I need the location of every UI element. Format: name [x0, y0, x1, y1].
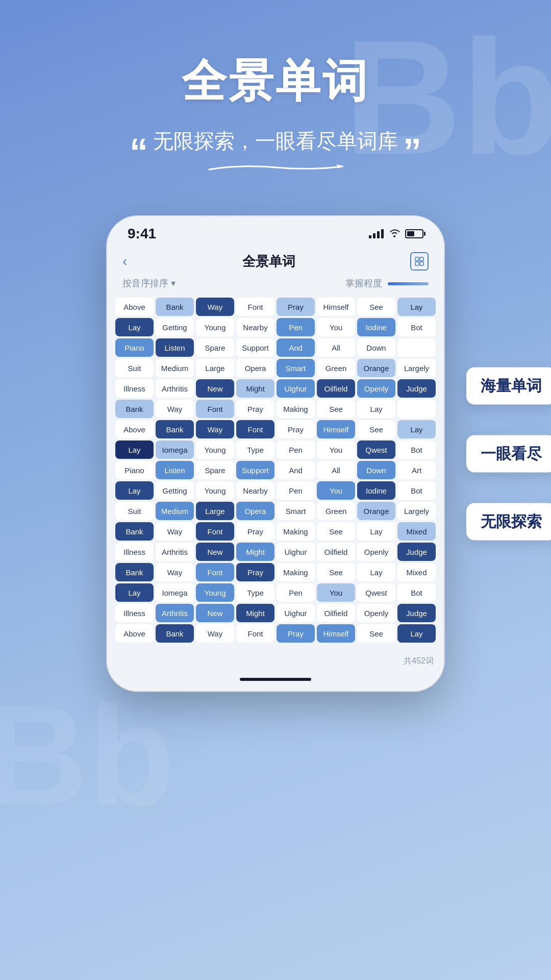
word-chip[interactable]: Orange — [357, 502, 395, 520]
word-chip[interactable]: And — [277, 461, 315, 479]
word-chip[interactable]: Mixed — [397, 522, 436, 541]
word-chip[interactable]: Nearby — [236, 318, 274, 336]
word-chip[interactable]: Pray — [277, 420, 315, 438]
word-chip[interactable]: Himself — [317, 624, 355, 643]
word-chip[interactable]: Mixed — [397, 563, 436, 581]
word-chip[interactable]: Nearby — [236, 481, 274, 500]
word-chip[interactable]: Bank — [156, 420, 194, 438]
word-chip[interactable]: Lay — [115, 440, 154, 459]
word-chip[interactable]: Down — [357, 461, 395, 479]
word-chip[interactable]: Lay — [397, 420, 436, 438]
word-chip[interactable]: Might — [236, 543, 274, 561]
word-chip[interactable]: Himself — [317, 420, 355, 438]
word-chip[interactable]: Down — [357, 338, 395, 357]
word-chip[interactable]: Spare — [196, 461, 234, 479]
back-button[interactable]: ‹ — [122, 253, 127, 270]
word-chip[interactable]: Qwest — [357, 583, 395, 602]
word-chip[interactable]: Support — [236, 338, 274, 357]
word-chip[interactable]: Font — [196, 400, 234, 418]
word-chip[interactable]: Large — [196, 502, 234, 520]
word-chip[interactable]: Bank — [115, 563, 154, 581]
word-chip[interactable]: Illness — [115, 604, 154, 622]
word-chip[interactable]: Lay — [115, 318, 154, 336]
word-chip[interactable]: Font — [236, 420, 274, 438]
word-chip[interactable]: Font — [196, 563, 234, 581]
word-chip[interactable]: Green — [317, 502, 355, 520]
word-chip[interactable]: Getting — [156, 318, 194, 336]
word-chip[interactable]: Suit — [115, 359, 154, 377]
word-chip[interactable]: All — [317, 461, 355, 479]
word-chip[interactable]: Lay — [357, 563, 395, 581]
word-chip[interactable]: Way — [156, 400, 194, 418]
word-chip[interactable]: Lay — [115, 481, 154, 500]
word-chip[interactable]: Medium — [156, 502, 194, 520]
word-chip[interactable]: Arthritis — [156, 379, 194, 398]
word-chip[interactable]: See — [357, 624, 395, 643]
word-chip[interactable]: Iomega — [156, 440, 194, 459]
word-chip[interactable]: Judge — [397, 543, 436, 561]
word-chip[interactable]: Openly — [357, 379, 395, 398]
word-chip[interactable]: Bank — [115, 522, 154, 541]
word-chip[interactable]: Making — [277, 522, 315, 541]
word-chip[interactable]: Way — [196, 298, 234, 316]
word-chip[interactable]: Font — [236, 298, 274, 316]
word-chip[interactable]: Above — [115, 298, 154, 316]
word-chip[interactable]: Medium — [156, 359, 194, 377]
word-chip[interactable] — [397, 338, 436, 357]
word-chip[interactable]: Judge — [397, 379, 436, 398]
word-chip[interactable]: Largely — [397, 502, 436, 520]
word-chip[interactable]: Uighur — [277, 604, 315, 622]
word-chip[interactable]: Iodine — [357, 481, 395, 500]
word-chip[interactable]: Way — [156, 563, 194, 581]
word-chip[interactable]: Oilfield — [317, 543, 355, 561]
word-chip[interactable]: Largely — [397, 359, 436, 377]
word-chip[interactable]: Smart — [277, 502, 315, 520]
word-chip[interactable]: Young — [196, 318, 234, 336]
word-chip[interactable]: Way — [196, 624, 234, 643]
word-chip[interactable]: Openly — [357, 604, 395, 622]
word-chip[interactable]: You — [317, 583, 355, 602]
word-chip[interactable]: You — [317, 440, 355, 459]
word-chip[interactable]: You — [317, 481, 355, 500]
word-chip[interactable]: Opera — [236, 502, 274, 520]
word-chip[interactable]: Way — [196, 420, 234, 438]
word-chip[interactable]: See — [317, 400, 355, 418]
word-chip[interactable]: Might — [236, 604, 274, 622]
word-chip[interactable]: Listen — [156, 461, 194, 479]
word-chip[interactable]: Orange — [357, 359, 395, 377]
word-chip[interactable]: Pen — [277, 583, 315, 602]
word-chip[interactable]: Opera — [236, 359, 274, 377]
word-chip[interactable]: Arthritis — [156, 543, 194, 561]
word-chip[interactable] — [397, 400, 436, 418]
word-chip[interactable]: Making — [277, 563, 315, 581]
word-chip[interactable]: Young — [196, 583, 234, 602]
word-chip[interactable]: Bank — [115, 400, 154, 418]
word-chip[interactable]: Bot — [397, 481, 436, 500]
word-chip[interactable]: Bot — [397, 440, 436, 459]
word-chip[interactable]: New — [196, 604, 234, 622]
word-chip[interactable]: New — [196, 379, 234, 398]
word-chip[interactable]: Oilfield — [317, 604, 355, 622]
word-chip[interactable]: Iomega — [156, 583, 194, 602]
word-chip[interactable]: Uighur — [277, 379, 315, 398]
word-chip[interactable]: Suit — [115, 502, 154, 520]
word-chip[interactable]: Pray — [277, 298, 315, 316]
word-chip[interactable]: Bot — [397, 583, 436, 602]
word-chip[interactable]: Lay — [397, 624, 436, 643]
word-chip[interactable]: Support — [236, 461, 274, 479]
word-chip[interactable]: Himself — [317, 298, 355, 316]
grid-icon[interactable] — [410, 252, 429, 271]
word-chip[interactable]: Large — [196, 359, 234, 377]
word-chip[interactable]: And — [277, 338, 315, 357]
word-chip[interactable]: Smart — [277, 359, 315, 377]
word-chip[interactable]: New — [196, 543, 234, 561]
word-chip[interactable]: Art — [397, 461, 436, 479]
word-chip[interactable]: Pray — [236, 400, 274, 418]
word-chip[interactable]: Might — [236, 379, 274, 398]
word-chip[interactable]: Qwest — [357, 440, 395, 459]
word-chip[interactable]: Iodine — [357, 318, 395, 336]
word-chip[interactable]: Judge — [397, 604, 436, 622]
word-chip[interactable]: Pen — [277, 440, 315, 459]
word-chip[interactable]: Uighur — [277, 543, 315, 561]
word-chip[interactable]: Young — [196, 481, 234, 500]
